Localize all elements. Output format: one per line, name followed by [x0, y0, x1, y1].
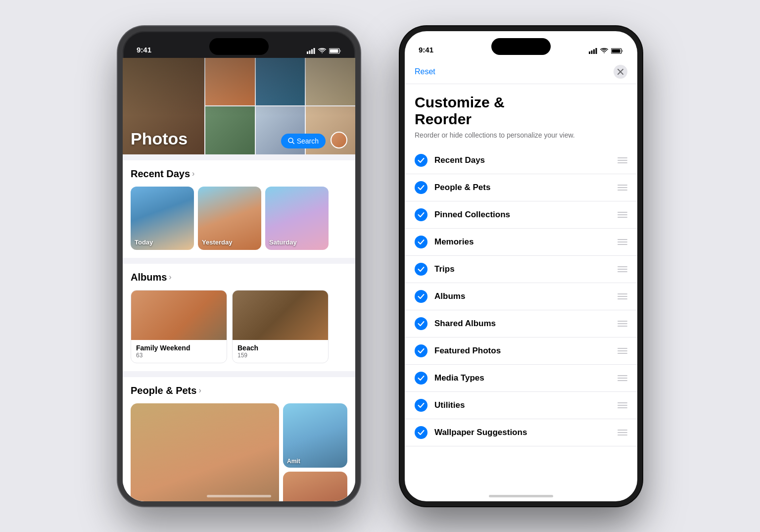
album-count-beach: 159: [238, 352, 323, 359]
drag-handle-people[interactable]: [618, 185, 627, 191]
item-label-people: People & Pets: [434, 183, 618, 193]
list-item-albums: Albums: [405, 283, 637, 310]
wifi-icon-right: [600, 48, 608, 54]
list-item-pinned: Pinned Collections: [405, 201, 637, 229]
svg-rect-19: [612, 49, 620, 52]
user-avatar[interactable]: [331, 132, 347, 148]
photos-header: Photos Search: [123, 58, 355, 154]
item-label-memories: Memories: [434, 237, 618, 247]
albums-chevron[interactable]: ›: [169, 273, 171, 282]
album-thumb-beach: [233, 290, 328, 340]
people-grid: Amit Maya: [131, 403, 347, 501]
item-label-wallpaper: Wallpaper Suggestions: [434, 428, 618, 437]
customize-header: Reset: [405, 58, 637, 84]
day-thumb-saturday[interactable]: Saturday: [265, 187, 329, 250]
check-people[interactable]: [415, 181, 428, 194]
drag-handle-pinned[interactable]: [618, 212, 627, 218]
album-info-beach: Beach 159: [233, 340, 328, 363]
item-label-featured: Featured Photos: [434, 346, 618, 356]
home-indicator-right: [489, 495, 553, 497]
photos-title: Photos: [131, 129, 281, 148]
albums-title: Albums: [131, 272, 167, 283]
status-time-right: 9:41: [419, 46, 433, 54]
album-name-family: Family Weekend: [136, 344, 222, 352]
svg-rect-5: [340, 50, 341, 52]
drag-handle-albums[interactable]: [618, 293, 627, 299]
album-card-beach[interactable]: Beach 159: [232, 290, 329, 363]
search-button[interactable]: Search: [281, 134, 326, 148]
item-label-trips: Trips: [434, 264, 618, 274]
right-phone: 9:41 Reset: [400, 26, 642, 506]
hero-section: Photos Search: [123, 58, 355, 154]
check-wallpaper[interactable]: [415, 426, 428, 439]
check-pinned[interactable]: [415, 208, 428, 221]
reset-button[interactable]: Reset: [415, 67, 435, 76]
svg-rect-1: [309, 50, 311, 54]
check-albums[interactable]: [415, 290, 428, 303]
dynamic-island: [209, 38, 269, 55]
item-label-shared-albums: Shared Albums: [434, 319, 618, 329]
status-time-left: 9:41: [137, 46, 151, 54]
drag-handle-wallpaper[interactable]: [618, 430, 627, 435]
day-label-yesterday: Yesterday: [202, 239, 232, 246]
search-icon: [288, 138, 294, 144]
svg-rect-3: [314, 48, 315, 54]
drag-handle-memories[interactable]: [618, 239, 627, 245]
item-label-recent-days: Recent Days: [434, 155, 618, 165]
drag-handle-trips[interactable]: [618, 266, 627, 272]
status-icons-left: [307, 48, 341, 54]
people-section: People & Pets ›: [123, 377, 355, 501]
day-label-today: Today: [135, 239, 153, 246]
left-screen: Photos Search Recent Days ›: [123, 58, 355, 501]
item-label-media-types: Media Types: [434, 373, 618, 383]
item-label-albums: Albums: [434, 291, 618, 301]
album-info-family: Family Weekend 63: [131, 340, 227, 363]
person-amit[interactable]: Amit: [283, 403, 347, 468]
album-thumb-family: [131, 290, 227, 340]
person-group[interactable]: [131, 403, 279, 501]
person-maya[interactable]: Maya: [283, 472, 347, 501]
item-label-pinned: Pinned Collections: [434, 210, 618, 220]
album-card-family[interactable]: Family Weekend 63: [131, 290, 227, 363]
check-recent-days[interactable]: [415, 154, 428, 167]
album-name-beach: Beach: [238, 344, 323, 352]
drag-handle-recent-days[interactable]: [618, 157, 627, 163]
check-shared-albums[interactable]: [415, 317, 428, 330]
check-media-types[interactable]: [415, 372, 428, 385]
signal-icon-right: [589, 48, 597, 54]
list-item-recent-days: Recent Days: [405, 147, 637, 174]
close-button[interactable]: [614, 65, 627, 79]
drag-handle-utilities[interactable]: [618, 402, 627, 408]
drag-handle-shared-albums[interactable]: [618, 321, 627, 327]
days-row: Today Yesterday Saturday: [131, 187, 347, 250]
check-trips[interactable]: [415, 263, 428, 276]
scroll-content: Recent Days › Today Yesterday Saturday: [123, 160, 355, 501]
svg-rect-2: [311, 49, 313, 54]
check-featured[interactable]: [415, 344, 428, 357]
svg-rect-14: [591, 50, 593, 54]
day-thumb-today[interactable]: Today: [131, 187, 194, 250]
recent-days-header: Recent Days ›: [131, 168, 347, 180]
check-memories[interactable]: [415, 236, 428, 248]
recent-days-title: Recent Days: [131, 168, 190, 180]
check-utilities[interactable]: [415, 399, 428, 412]
home-indicator-left: [207, 495, 271, 497]
drag-handle-media-types[interactable]: [618, 375, 627, 381]
list-item-utilities: Utilities: [405, 392, 637, 419]
day-thumb-yesterday[interactable]: Yesterday: [198, 187, 261, 250]
people-title: People & Pets: [131, 385, 196, 396]
recent-days-section: Recent Days › Today Yesterday Saturday: [123, 160, 355, 258]
list-item-memories: Memories: [405, 229, 637, 256]
right-screen: Reset Customize &Reorder Reorder or hide…: [405, 58, 637, 501]
customize-subtitle: Reorder or hide collections to personali…: [405, 131, 637, 147]
left-phone: 9:41: [118, 26, 360, 506]
list-item-trips: Trips: [405, 256, 637, 283]
battery-icon: [329, 48, 341, 54]
recent-days-chevron[interactable]: ›: [192, 169, 194, 178]
customize-list: Recent Days People & Pets Pinned Collect…: [405, 147, 637, 446]
drag-handle-featured[interactable]: [618, 348, 627, 354]
albums-section: Albums › Family Weekend 63 Beach: [123, 264, 355, 371]
list-item-shared-albums: Shared Albums: [405, 310, 637, 338]
people-chevron[interactable]: ›: [198, 386, 201, 395]
list-item-featured: Featured Photos: [405, 338, 637, 365]
